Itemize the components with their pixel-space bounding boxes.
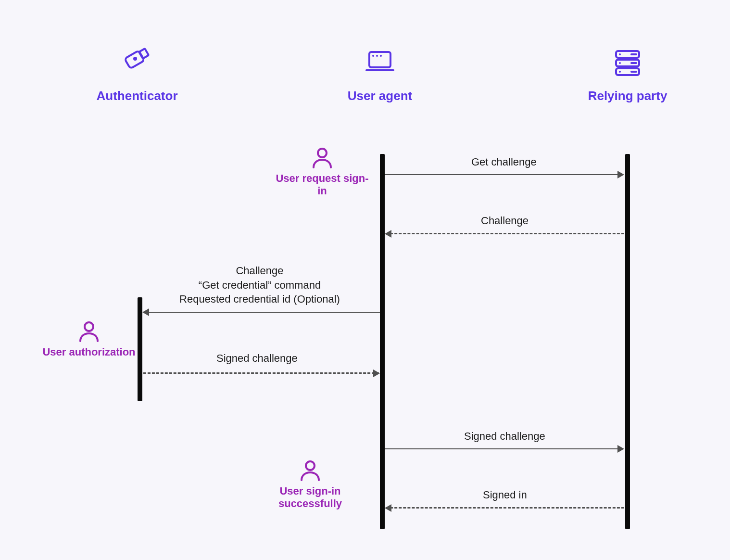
svg-point-7 — [380, 55, 382, 57]
msg-label: Signed challenge — [216, 352, 298, 365]
svg-point-11 — [619, 53, 621, 55]
server-icon — [608, 43, 647, 82]
msg-label: Signed in — [483, 489, 527, 501]
user-icon — [299, 459, 322, 482]
msg-signed-challenge-auth — [143, 372, 379, 374]
svg-rect-3 — [369, 52, 390, 67]
user-icon — [77, 320, 101, 343]
msg-signed-in — [386, 507, 624, 509]
svg-point-18 — [85, 322, 93, 331]
lifeline-authenticator — [138, 297, 142, 401]
msg-label: Get challenge — [471, 156, 537, 168]
event-signin-success: User sign-in successfully — [262, 459, 358, 510]
lifeline-relying-party — [625, 154, 630, 529]
svg-point-19 — [306, 461, 315, 470]
event-label: User sign-in successfully — [262, 485, 358, 510]
msg-label: Signed challenge — [464, 430, 545, 443]
svg-point-2 — [133, 57, 137, 61]
svg-point-6 — [376, 55, 378, 57]
participant-label: Authenticator — [75, 89, 200, 103]
participant-relying-party: Relying party — [565, 43, 690, 103]
participant-label: Relying party — [565, 89, 690, 103]
participant-authenticator: Authenticator — [75, 43, 200, 103]
svg-point-17 — [318, 149, 327, 157]
lifeline-user-agent — [380, 154, 385, 529]
participant-user-agent: User agent — [317, 43, 442, 103]
svg-rect-1 — [139, 49, 149, 59]
event-user-authorization: User authorization — [41, 320, 137, 358]
laptop-icon — [361, 43, 399, 82]
msg-label-multiline: Challenge “Get credential” command Reque… — [159, 264, 361, 306]
msg-signed-challenge-rp — [385, 448, 623, 449]
msg-get-credential — [143, 312, 380, 313]
msg-get-challenge — [385, 174, 623, 175]
event-user-request-signin: User request sign-in — [274, 146, 370, 198]
user-icon — [311, 146, 334, 169]
msg-label-line: Challenge — [159, 264, 361, 278]
svg-point-5 — [372, 55, 374, 57]
event-label: User authorization — [41, 346, 137, 358]
msg-label: Challenge — [481, 215, 529, 227]
msg-challenge — [386, 233, 624, 234]
usb-key-icon — [118, 43, 156, 82]
svg-point-13 — [619, 71, 621, 73]
msg-label-line: “Get credential” command — [159, 278, 361, 293]
participant-label: User agent — [317, 89, 442, 103]
msg-label-line: Requested credential id (Optional) — [159, 292, 361, 306]
svg-point-12 — [619, 62, 621, 64]
event-label: User request sign-in — [274, 172, 370, 198]
